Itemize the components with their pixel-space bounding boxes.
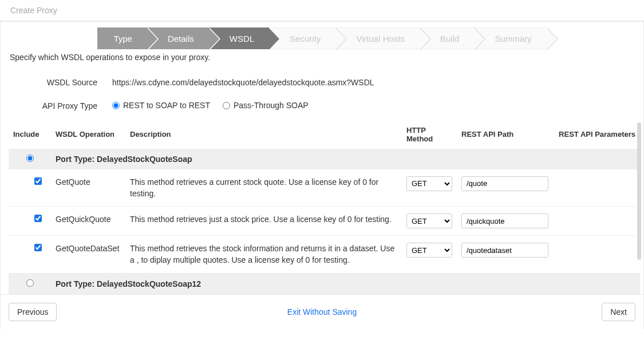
operation-description: This method retrieves just a stock price…	[125, 207, 402, 236]
wizard-footer: Previous Exit Without Saving Next	[1, 294, 643, 329]
rest-api-path-input[interactable]	[461, 176, 548, 191]
operation-row: GetQuote This method retrieves a current…	[9, 169, 640, 207]
instruction-text: Specify which WSDL operations to expose …	[1, 49, 643, 71]
previous-button[interactable]: Previous	[9, 303, 57, 321]
port-type-label-2: Port Type: DelayedStockQuoteSoap12	[51, 273, 640, 294]
operation-name: GetQuickQuote	[51, 207, 125, 236]
proxy-type-pass-radio[interactable]	[223, 102, 230, 109]
port-type-radio-1[interactable]	[26, 155, 34, 162]
col-path: REST API Path	[457, 120, 554, 149]
http-method-select[interactable]: GET	[406, 213, 452, 228]
col-params: REST API Parameters	[554, 120, 640, 149]
include-checkbox[interactable]	[34, 244, 42, 251]
vertical-scrollbar[interactable]	[637, 122, 641, 260]
proxy-type-rest-label: REST to SOAP to REST	[123, 101, 210, 110]
operations-table: Include WSDL Operation Description HTTP …	[9, 120, 640, 294]
step-type[interactable]: Type	[97, 27, 147, 49]
exit-without-saving-link[interactable]: Exit Without Saving	[287, 307, 357, 317]
include-checkbox[interactable]	[34, 215, 42, 222]
wizard-steps: Type Details WSDL Security Virtual Hosts…	[1, 22, 643, 49]
wsdl-source-label: WSDL Source	[12, 78, 112, 87]
rest-api-path-input[interactable]	[461, 213, 548, 228]
http-method-select[interactable]: GET	[406, 243, 452, 258]
proxy-type-pass-option[interactable]: Pass-Through SOAP	[223, 101, 309, 110]
port-type-radio-2[interactable]	[26, 279, 34, 287]
proxy-type-rest-option[interactable]: REST to SOAP to REST	[112, 101, 210, 110]
operation-description: This method retrieves a current stock qu…	[125, 169, 402, 207]
col-description: Description	[125, 120, 402, 149]
port-type-label-1: Port Type: DelayedStockQuoteSoap	[51, 149, 640, 169]
operation-row: GetQuoteDataSet This method retrieves th…	[9, 236, 640, 274]
operation-name: GetQuoteDataSet	[51, 236, 125, 274]
rest-api-path-input[interactable]	[461, 243, 548, 258]
proxy-type-rest-radio[interactable]	[112, 102, 120, 109]
step-virtual-hosts: Virtual Hosts	[335, 27, 420, 49]
operation-description: This method retrieves the stock informat…	[125, 236, 402, 274]
wsdl-source-value: https://ws.cdyne.com/delayedstockquote/d…	[112, 78, 632, 87]
include-checkbox[interactable]	[34, 177, 42, 185]
next-button[interactable]: Next	[602, 303, 635, 321]
port-type-row[interactable]: Port Type: DelayedStockQuoteSoap12	[9, 273, 640, 294]
col-operation: WSDL Operation	[51, 120, 125, 149]
page-title: Create Proxy	[0, 0, 644, 21]
http-method-select[interactable]: GET	[406, 176, 452, 191]
col-include: Include	[9, 120, 51, 149]
proxy-type-pass-label: Pass-Through SOAP	[234, 101, 309, 110]
operation-row: GetQuickQuote This method retrieves just…	[9, 207, 640, 236]
api-proxy-type-label: API Proxy Type	[12, 101, 112, 110]
col-method: HTTP Method	[402, 120, 457, 149]
operation-name: GetQuote	[51, 169, 125, 207]
port-type-row[interactable]: Port Type: DelayedStockQuoteSoap	[9, 149, 640, 169]
